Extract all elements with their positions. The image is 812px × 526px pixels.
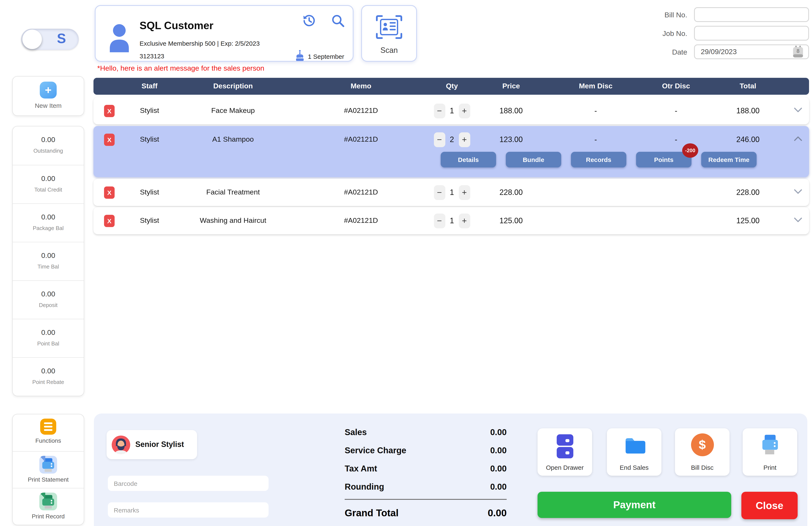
item-price: 125.00	[474, 216, 548, 225]
delete-item-button[interactable]: X	[104, 133, 115, 146]
item-staff: Stylist	[125, 217, 174, 225]
scan-button[interactable]: Scan	[361, 5, 417, 62]
new-item-button[interactable]: + New Item	[12, 76, 84, 116]
rounding-label: Rounding	[345, 482, 384, 492]
bundle-button[interactable]: Bundle	[506, 152, 561, 167]
plus-icon: +	[40, 82, 57, 99]
col-staff: Staff	[125, 82, 174, 90]
toggle-knob[interactable]	[23, 30, 42, 49]
pos-screen: S SQL Customer Exclusive Membership 500 …	[0, 0, 812, 526]
redeem-time-button[interactable]: Redeem Time	[701, 152, 757, 167]
table-row[interactable]: X Stylist Face Makeup #A02121D − 1 + 188…	[93, 97, 809, 124]
item-staff: Stylist	[125, 135, 174, 144]
col-price: Price	[474, 82, 548, 90]
print-record-button[interactable]: Print Record	[13, 488, 84, 525]
stat-point-bal[interactable]: 0.00 Point Bal	[13, 319, 84, 357]
chevron-down-icon[interactable]	[793, 106, 803, 115]
bill-disc-button[interactable]: $ Bill Disc	[675, 428, 729, 476]
details-button[interactable]: Details	[441, 152, 496, 167]
item-price: 123.00	[474, 135, 548, 144]
item-otr-disc: -	[643, 106, 709, 115]
item-qty: 1	[449, 216, 455, 225]
summary-divider	[345, 499, 507, 500]
functions-button[interactable]: Functions	[13, 414, 84, 451]
item-total: 246.00	[709, 135, 787, 144]
menu-icon	[40, 419, 56, 435]
item-price: 228.00	[474, 188, 548, 197]
qty-plus-button[interactable]: +	[459, 185, 470, 200]
toggle-letter: S	[57, 31, 66, 46]
stat-package-bal[interactable]: 0.00 Package Bal	[13, 203, 84, 242]
qty-minus-button[interactable]: −	[434, 185, 445, 200]
barcode-input[interactable]	[108, 476, 269, 491]
qty-plus-button[interactable]: +	[459, 103, 470, 118]
item-mem-disc: -	[548, 135, 643, 144]
stat-deposit[interactable]: 0.00 Deposit	[13, 280, 84, 319]
search-customer-icon[interactable]	[331, 14, 345, 30]
qty-minus-button[interactable]: −	[434, 213, 445, 228]
printer-icon	[758, 451, 782, 458]
delete-item-button[interactable]: X	[104, 215, 115, 227]
table-row[interactable]: X Stylist Facial Treatment #A02121D − 1 …	[93, 179, 809, 206]
remarks-input[interactable]	[108, 502, 269, 517]
records-button[interactable]: Records	[571, 152, 626, 167]
calendar-icon[interactable]: 8	[792, 46, 804, 60]
svg-text:8: 8	[797, 48, 799, 54]
stylist-name: Senior Stylist	[135, 440, 184, 449]
points-badge: -200	[682, 143, 698, 158]
table-row[interactable]: X Stylist Washing and Haircut #A02121D −…	[93, 207, 809, 234]
qty-minus-button[interactable]: −	[434, 132, 445, 147]
job-no-input[interactable]	[694, 26, 809, 41]
end-sales-button[interactable]: End Sales	[607, 428, 662, 476]
col-otr-disc: Otr Disc	[643, 82, 709, 90]
item-total: 125.00	[709, 216, 787, 225]
sales-value: 0.00	[447, 427, 507, 437]
table-row-selected[interactable]: X Stylist A1 Shampoo #A02121D − 2 + 123.…	[93, 126, 809, 177]
item-memo: #A02121D	[292, 217, 430, 225]
item-staff: Stylist	[125, 188, 174, 196]
delete-item-button[interactable]: X	[104, 186, 115, 199]
close-button[interactable]: Close	[741, 492, 798, 519]
chevron-up-icon[interactable]	[793, 135, 803, 144]
chevron-down-icon[interactable]	[793, 217, 803, 225]
col-total: Total	[709, 82, 787, 90]
item-qty: 1	[449, 188, 455, 197]
item-qty: 1	[449, 106, 455, 115]
sidebar-mode-toggle[interactable]: S	[21, 29, 79, 50]
item-memo: #A02121D	[292, 135, 430, 144]
tax-amt-label: Tax Amt	[345, 464, 377, 473]
stat-total-credit[interactable]: 0.00 Total Credit	[13, 165, 84, 203]
grand-total-value: 0.00	[443, 507, 507, 519]
tax-amt-value: 0.00	[447, 464, 507, 473]
customer-phone: 3123123	[140, 53, 164, 60]
chevron-down-icon[interactable]	[793, 188, 803, 196]
staff-selector[interactable]: Senior Stylist	[106, 430, 197, 459]
date-label: Date	[641, 48, 687, 57]
item-qty: 2	[449, 135, 455, 144]
print-button[interactable]: Print	[743, 428, 797, 476]
stat-point-rebate[interactable]: 0.00 Point Rebate	[13, 357, 84, 396]
open-drawer-button[interactable]: Open Drawer	[538, 428, 592, 476]
checkout-panel: Senior Stylist Sales 0.00 Service Charge…	[94, 413, 807, 526]
delete-item-button[interactable]: X	[104, 105, 115, 117]
print-statement-button[interactable]: Print Statement	[13, 451, 84, 488]
item-description: Facial Treatment	[174, 188, 292, 196]
points-button[interactable]: Points -200	[636, 152, 692, 167]
payment-button[interactable]: Payment	[538, 492, 731, 518]
bill-no-input[interactable]	[694, 7, 809, 22]
qty-plus-button[interactable]: +	[459, 213, 470, 228]
scan-label: Scan	[362, 46, 416, 55]
history-icon[interactable]	[302, 14, 316, 30]
col-qty: Qty	[430, 82, 474, 90]
stat-time-bal[interactable]: 0.00 Time Bal	[13, 242, 84, 280]
printer-blue-icon	[39, 456, 57, 473]
customer-card[interactable]: SQL Customer Exclusive Membership 500 | …	[95, 5, 353, 62]
customer-birthday: 1 September	[308, 53, 344, 60]
stat-outstanding[interactable]: 0.00 Outstanding	[13, 127, 84, 165]
qty-plus-button[interactable]: +	[459, 132, 470, 147]
functions-card: Functions Print Statement	[12, 414, 84, 525]
qty-minus-button[interactable]: −	[434, 103, 445, 118]
item-description: A1 Shampoo	[174, 135, 292, 144]
col-memo: Memo	[292, 82, 430, 90]
customer-name: SQL Customer	[140, 19, 213, 32]
